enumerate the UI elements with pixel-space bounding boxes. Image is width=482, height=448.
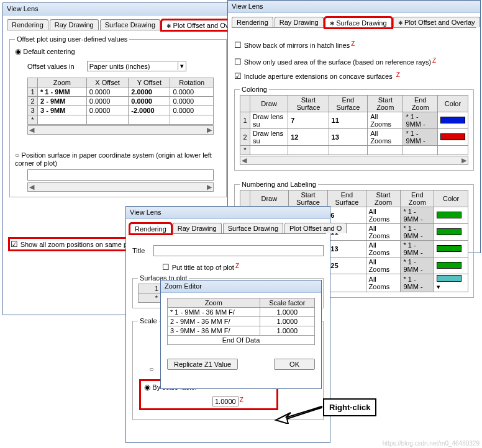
replicate-z1-button[interactable]: Replicate Z1 Value bbox=[167, 359, 238, 370]
right-click-callout: Right-click bbox=[323, 398, 376, 416]
group-title: Coloring bbox=[240, 86, 269, 93]
color-swatch[interactable] bbox=[440, 117, 465, 123]
tab-surface-drawing[interactable]: Surface Drawing bbox=[325, 17, 392, 28]
tabs: Rendering Ray Drawing Surface Drawing Pl… bbox=[3, 16, 233, 30]
tab-rendering[interactable]: Rendering bbox=[130, 223, 171, 234]
color-swatch[interactable] bbox=[437, 245, 462, 252]
ok-button[interactable]: OK bbox=[274, 359, 315, 370]
coloring-group: Coloring DrawStart SurfaceEnd SurfaceSta… bbox=[234, 89, 474, 171]
tab-surface-drawing[interactable]: Surface Drawing bbox=[223, 223, 283, 233]
tab-plot-offset-overlay[interactable]: Plot Offset and O bbox=[284, 223, 347, 233]
tab-ray-drawing[interactable]: Ray Drawing bbox=[275, 17, 324, 27]
checkbox-include-aperture[interactable]: Include aperture extensions on concave s… bbox=[234, 73, 393, 80]
tab-rendering[interactable]: Rendering bbox=[232, 17, 273, 27]
coloring-hscroll[interactable]: ◀▶ bbox=[240, 156, 468, 165]
group-title: Scale bbox=[138, 317, 159, 325]
chevron-down-icon: ▾ bbox=[178, 62, 184, 70]
group-title: Offset plot using user-defined values bbox=[15, 35, 129, 43]
color-swatch[interactable] bbox=[437, 262, 462, 269]
offset-plot-group: Offset plot using user-defined values De… bbox=[9, 39, 227, 197]
checkbox-show-back-mirrors[interactable]: Show back of mirrors in hatch lines bbox=[234, 42, 350, 49]
offset-unit-combo[interactable]: Paper units (inches)▾ bbox=[87, 61, 186, 71]
scale-factor-input[interactable]: 1.0000 bbox=[212, 396, 239, 406]
tab-surface-drawing[interactable]: Surface Drawing bbox=[100, 19, 160, 30]
tab-rendering[interactable]: Rendering bbox=[7, 19, 48, 30]
position-surface-hscroll[interactable]: ◀▶ bbox=[27, 182, 214, 192]
arrow-icon bbox=[273, 400, 323, 424]
checkbox-show-all-zoom[interactable]: Show all zoom positions on same plot bbox=[11, 241, 135, 248]
window-title: View Lens bbox=[228, 1, 480, 13]
title-label: Title bbox=[132, 247, 145, 254]
watermark: https://blog.csdn.net/m0_46480329 bbox=[383, 440, 480, 447]
dialog-title: Zoom Editor bbox=[161, 280, 321, 293]
group-title: Numbering and Labeling bbox=[240, 181, 318, 188]
radio-position-surface[interactable]: Position surface in paper coordinate sys… bbox=[15, 151, 212, 167]
title-input[interactable] bbox=[153, 245, 324, 256]
checkbox-show-used-area[interactable]: Show only used area of the surface (base… bbox=[234, 58, 431, 66]
zoom-editor-dialog: Zoom Editor ZoomScale factor * 1 - 9MM -… bbox=[160, 280, 322, 389]
color-swatch[interactable] bbox=[437, 212, 462, 218]
color-swatch[interactable] bbox=[440, 133, 465, 140]
color-swatch[interactable] bbox=[437, 275, 462, 282]
zoom-table[interactable]: ZoomScale factor * 1 - 9MM - 36 MM F/1.0… bbox=[167, 298, 315, 345]
coloring-table[interactable]: DrawStart SurfaceEnd SurfaceStart ZoomEn… bbox=[240, 95, 468, 155]
tab-plot-offset-overlay[interactable]: Plot Offset and Overlay bbox=[393, 17, 480, 27]
table-hscroll[interactable]: ◀▶ bbox=[27, 125, 214, 135]
radio-scale-option[interactable] bbox=[149, 365, 156, 373]
position-surface-field[interactable] bbox=[27, 169, 214, 181]
checkbox-put-title-top[interactable]: Put title at top of plot bbox=[162, 264, 234, 271]
window-title: View Lens bbox=[126, 207, 330, 219]
radio-default-centering[interactable]: Default centering bbox=[15, 48, 75, 55]
window-title: View Lens bbox=[3, 3, 233, 16]
offset-table[interactable]: ZoomX OffsetY OffsetRotation 1* 1 - 9MM0… bbox=[27, 78, 214, 125]
tab-ray-drawing[interactable]: Ray Drawing bbox=[173, 223, 222, 233]
tab-ray-drawing[interactable]: Ray Drawing bbox=[50, 19, 99, 30]
offset-values-label: Offset values in bbox=[27, 63, 75, 70]
color-swatch[interactable] bbox=[437, 228, 462, 235]
